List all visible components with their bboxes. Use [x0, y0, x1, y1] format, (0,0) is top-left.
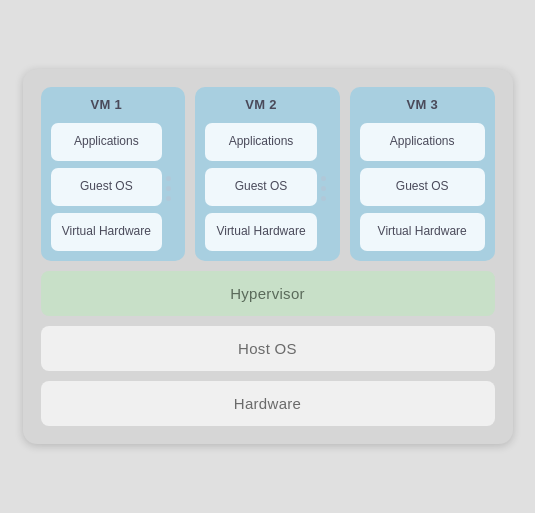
dot6 — [321, 196, 326, 201]
vm1-title: VM 1 — [51, 97, 163, 112]
dot1 — [166, 176, 171, 181]
vm2-guestos: Guest OS — [205, 168, 317, 206]
vm1-virtualhardware: Virtual Hardware — [51, 213, 163, 251]
vm3-guestos: Guest OS — [360, 168, 485, 206]
hardware-layer: Hardware — [41, 381, 495, 426]
dot4 — [321, 176, 326, 181]
dot2 — [166, 186, 171, 191]
virtualization-diagram: VM 1 Applications Guest OS Virtual Hardw… — [23, 69, 513, 444]
vm1-divider — [162, 97, 175, 251]
vm3-title: VM 3 — [360, 97, 485, 112]
vm3-box: VM 3 Applications Guest OS Virtual Hardw… — [350, 87, 495, 261]
vm2-virtualhardware: Virtual Hardware — [205, 213, 317, 251]
vm1-box: VM 1 Applications Guest OS Virtual Hardw… — [41, 87, 186, 261]
dot3 — [166, 196, 171, 201]
hypervisor-layer: Hypervisor — [41, 271, 495, 316]
vm3-applications: Applications — [360, 123, 485, 161]
vm1-content: VM 1 Applications Guest OS Virtual Hardw… — [51, 97, 163, 251]
vm2-content: VM 2 Applications Guest OS Virtual Hardw… — [205, 97, 317, 251]
vm2-box: VM 2 Applications Guest OS Virtual Hardw… — [195, 87, 340, 261]
vm1-applications: Applications — [51, 123, 163, 161]
vm3-content: VM 3 Applications Guest OS Virtual Hardw… — [360, 97, 485, 251]
vm2-divider — [317, 97, 330, 251]
hostos-layer: Host OS — [41, 326, 495, 371]
vm3-virtualhardware: Virtual Hardware — [360, 213, 485, 251]
vm2-applications: Applications — [205, 123, 317, 161]
vm1-guestos: Guest OS — [51, 168, 163, 206]
dot5 — [321, 186, 326, 191]
vm2-title: VM 2 — [205, 97, 317, 112]
vms-row: VM 1 Applications Guest OS Virtual Hardw… — [41, 87, 495, 261]
